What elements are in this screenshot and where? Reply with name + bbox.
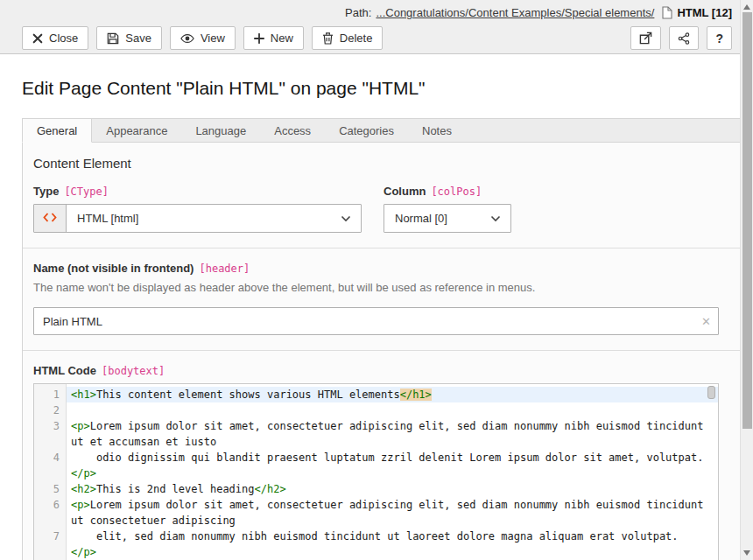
tab-bar: GeneralAppearanceLanguageAccessCategorie… [22,118,744,143]
name-description: The name won't be displayed as header ab… [33,281,719,294]
tab-access[interactable]: Access [260,119,325,142]
content-element-section: Content Element Type[CType] HT [23,143,743,248]
html-content-icon [43,212,57,226]
code-line-content[interactable] [67,402,718,418]
name-input[interactable] [33,307,719,335]
code-line-content[interactable]: <p>Lorem ipsum dolor sit amet, consectet… [67,418,718,450]
page-title: Edit Page Content "Plain HTML" on page "… [22,78,744,99]
code-line-content[interactable]: <h2>This is 2nd level heading</h2> [67,481,718,497]
column-select-value: Normal [0] [384,212,490,225]
line-number: 7 [34,528,67,560]
column-select[interactable]: Normal [0] [384,204,511,233]
path-link[interactable]: ...Congratulations/Content Examples/Spec… [376,6,654,19]
path-label: Path: [345,6,371,19]
editor-lines: 1<h1>This content element shows various … [34,384,718,560]
column-field: Column[colPos] Normal [0] [384,185,511,233]
save-button-label: Save [125,32,151,45]
type-label-text: Type [33,185,59,198]
tab-notes[interactable]: Notes [408,119,466,142]
name-section: Name (not visible in frontend)[header] T… [23,248,743,350]
type-field: Type[CType] HTML [html] [33,185,362,233]
code-line: 7 elit, sed diam nonummy nibh euismod ti… [34,528,718,560]
breadcrumb: Path: ...Congratulations/Content Example… [0,0,753,25]
type-field-key: [CType] [64,186,109,198]
close-button-label: Close [49,32,78,45]
help-icon: ? [715,32,723,46]
typo3-edit-module: Path: ...Congratulations/Content Example… [0,0,753,560]
tab-content-panel: Content Element Type[CType] HT [22,143,744,560]
trash-icon [322,32,334,45]
code-editor[interactable]: 1<h1>This content element shows various … [33,383,719,560]
code-line: 3<p>Lorem ipsum dolor sit amet, consecte… [34,418,718,450]
type-select-value: HTML [html] [67,212,341,225]
bodytext-field-key: [bodytext] [102,365,165,377]
module-body: Edit Page Content "Plain HTML" on page "… [0,78,753,560]
help-button[interactable]: ? [707,26,732,50]
line-number: 4 [34,450,67,481]
section-heading: Content Element [33,156,719,171]
share-icon [678,32,690,45]
line-number: 1 [34,387,67,402]
tab-language[interactable]: Language [181,119,260,142]
close-icon [32,33,43,44]
new-button-label: New [271,32,293,45]
scroll-up-icon[interactable] [743,4,750,10]
new-button[interactable]: New [243,26,304,50]
line-number: 6 [34,497,67,528]
document-icon [662,6,672,19]
open-in-new-window-icon [639,32,652,45]
record-title: HTML [12] [677,6,732,19]
select-addon [34,205,67,232]
plus-icon [254,33,264,44]
code-line: 5<h2>This is 2nd level heading</h2> [34,481,718,497]
name-label: Name (not visible in frontend)[header] [33,262,719,275]
share-button[interactable] [669,26,699,50]
code-line-content[interactable]: <p>Lorem ipsum dolor sit amet, consectet… [67,497,718,528]
code-line: 2 [34,402,718,418]
save-button[interactable]: Save [96,26,162,50]
tab-general[interactable]: General [22,118,92,143]
column-label: Column[colPos] [384,185,511,198]
html-code-label: HTML Code[bodytext] [33,364,719,377]
code-line-content[interactable]: <h1>This content element shows various H… [67,387,718,402]
tab-appearance[interactable]: Appearance [92,119,181,142]
html-code-section: HTML Code[bodytext] 1<h1>This content el… [23,350,743,560]
code-line: 6<p>Lorem ipsum dolor sit amet, consecte… [34,497,718,528]
line-number: 2 [34,402,67,418]
eye-icon [180,33,194,44]
scrollbar-thumb[interactable] [742,12,752,429]
column-field-key: [colPos] [431,186,482,198]
main-scrollbar[interactable] [740,0,753,560]
view-button[interactable]: View [170,26,236,50]
close-button[interactable]: Close [22,26,88,50]
type-label: Type[CType] [33,185,362,198]
editor-scrollbar-thumb[interactable] [707,386,715,399]
docheader-toolbar: CloseSaveViewNewDelete ? [0,25,753,54]
toolbar-right-group: ? [630,26,732,50]
save-icon [107,32,119,45]
code-line-content[interactable]: elit, sed diam nonummy nibh euismod tinc… [67,528,718,560]
clear-input-icon[interactable]: ✕ [701,316,711,327]
docheader: Path: ...Congratulations/Content Example… [0,0,753,54]
chevron-down-icon [341,215,351,222]
line-number: 5 [34,481,67,497]
line-number: 3 [34,418,67,450]
view-button-label: View [201,32,225,45]
type-select[interactable]: HTML [html] [33,204,362,233]
delete-button-label: Delete [340,32,373,45]
code-line-content[interactable]: odio dignissim qui blandit praesent lupt… [67,450,718,481]
toolbar-left-group: CloseSaveViewNewDelete [22,26,383,50]
delete-button[interactable]: Delete [312,26,384,50]
code-line: 1<h1>This content element shows various … [34,387,718,402]
name-field-key: [header] [199,262,250,275]
html-code-label-text: HTML Code [33,364,96,377]
open-in-new-window-button[interactable] [630,26,661,50]
scroll-down-icon[interactable] [743,550,750,556]
name-label-text: Name (not visible in frontend) [33,262,194,275]
chevron-down-icon [490,215,501,222]
tab-categories[interactable]: Categories [325,119,408,142]
column-label-text: Column [384,185,426,198]
code-line: 4 odio dignissim qui blandit praesent lu… [34,450,718,481]
